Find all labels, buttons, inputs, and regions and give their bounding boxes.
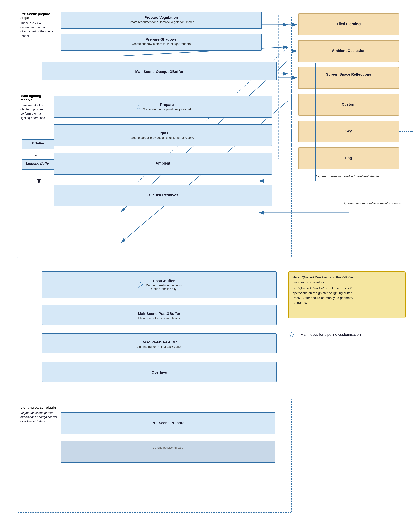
pre-scene-label: Pre-Scene prepare steps These are view d… (20, 12, 54, 38)
main-scene-postgbuffer-box: MainScene-PostGBuffer Main Scene translu… (42, 305, 277, 325)
pre-scene-prepare-box: Pre-Scene Prepare (61, 412, 275, 434)
ambient-occlusion-box: Ambient Occlusion (298, 40, 399, 62)
queued-resolves-box: Queued Resolves (54, 185, 272, 206)
note-gold-box: Here, "Queued Resolves" and PostGBuffer … (288, 271, 406, 318)
main-scene-opaque-box: MainScene-OpaqueGBuffer (42, 62, 277, 80)
ambient-box: Ambient (54, 153, 272, 175)
star-icon-legend: ☆ (288, 330, 295, 339)
fog-box: Fog (298, 147, 399, 169)
lighting-resolve-label: Main lighting resolve Here we take the g… (20, 94, 52, 120)
gbuffer-label-box: GBuffer (22, 139, 54, 150)
lights-box: Lights Scene parser provides a list of l… (54, 124, 272, 146)
sky-box: Sky (298, 121, 399, 142)
lighting-parser-label: Lighting parser plugin Maybe the scene p… (20, 406, 57, 424)
lighting-parser-container: Lighting parser plugin Maybe the scene p… (17, 399, 292, 513)
down-arrow: ↓ (34, 150, 38, 158)
tiled-lighting-box: Tiled Lighting (298, 13, 399, 35)
queue-custom-note: Queue custom resolve somewhere here (293, 201, 401, 206)
lighting-resolve-prepare-box: Lighting Resolve Prepare (61, 441, 275, 463)
lighting-buffer-label-box: Lighting Buffer (22, 159, 54, 169)
overlays-box: Overlays (42, 362, 277, 382)
star-icon-prepare: ☆ (135, 103, 141, 111)
vegetation-box: Prepare-Vegetation Create resources for … (61, 12, 262, 29)
lighting-resolve-container: Main lighting resolve Here we take the g… (17, 89, 292, 258)
postgbuffer-box: ☆ PostGBuffer Render translucent objects… (42, 271, 277, 298)
prepare-queues-note: Prepare queues for resolve in ambient sh… (293, 174, 401, 179)
star-legend: ☆ = Main focus for pipeline customisatio… (288, 330, 406, 339)
star-icon-postgbuffer: ☆ (137, 280, 144, 290)
diagram-container: Pre-Scene prepare steps These are view d… (0, 0, 420, 525)
resolve-msaa-box: Resolve-MSAA-HDR Lighting buffer -> fina… (42, 333, 277, 354)
pre-scene-container: Pre-Scene prepare steps These are view d… (17, 7, 278, 55)
shadows-box: Prepare-Shadows Create shadow buffers fo… (61, 34, 262, 51)
custom-box: Custom (298, 94, 399, 116)
screen-space-reflections-box: Screen Space Reflections (298, 67, 399, 89)
prepare-box: ☆ Prepare Some standard operations provi… (54, 96, 272, 118)
